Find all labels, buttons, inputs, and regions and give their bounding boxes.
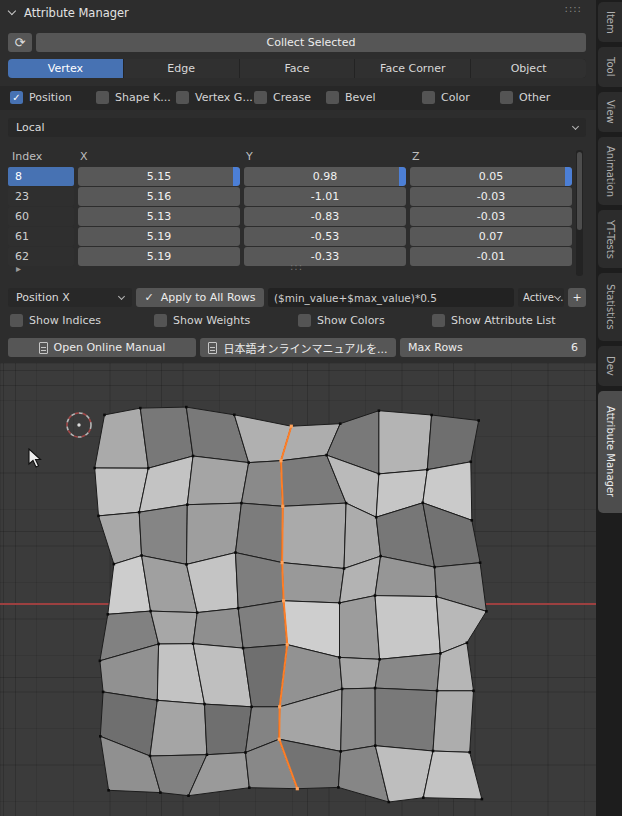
max-rows-value: 6: [571, 341, 578, 354]
table-expand-row: ▸ :::: [0, 263, 596, 277]
checkbox-label: Show Weights: [173, 314, 250, 327]
open-online-manual-button[interactable]: Open Online Manual: [8, 338, 196, 357]
sidebar-tab-attribute-manager[interactable]: Attribute Manager: [598, 391, 622, 513]
table-row: 8 5.15 0.98 0.05: [0, 167, 596, 186]
checkbox-icon[interactable]: [254, 91, 267, 104]
sidebar-tab-view[interactable]: View: [598, 92, 622, 132]
col-header-index: Index: [12, 150, 42, 163]
checkbox-crease[interactable]: Crease: [254, 91, 311, 104]
tab-edge[interactable]: Edge: [124, 59, 239, 78]
slider-handle[interactable]: [565, 167, 572, 186]
col-header-z: Z: [412, 150, 420, 163]
value-slider-y[interactable]: 0.98: [244, 167, 406, 186]
value-slider-z[interactable]: 0.05: [410, 167, 572, 186]
checkbox-show-colors[interactable]: Show Colors: [298, 314, 385, 327]
resize-grip-icon[interactable]: :::: [290, 261, 303, 272]
refresh-button[interactable]: ⟳: [8, 33, 32, 52]
row-index-cell[interactable]: 23: [8, 187, 74, 206]
expand-arrow-icon[interactable]: ▸: [16, 263, 21, 274]
formula-value: ($min_value+$max_value)*0.5: [274, 292, 437, 304]
value-slider-z[interactable]: -0.03: [410, 207, 572, 226]
tab-face[interactable]: Face: [240, 59, 355, 78]
tab-face-corner[interactable]: Face Corner: [355, 59, 470, 78]
checkbox-icon[interactable]: [500, 91, 513, 104]
drag-handle-icon[interactable]: ::::: [565, 3, 582, 14]
checkbox-shape-keys[interactable]: Shape K...: [96, 91, 171, 104]
slider-handle[interactable]: [399, 167, 406, 186]
checkbox-checked-icon[interactable]: ✓: [10, 91, 23, 104]
collect-selected-button[interactable]: Collect Selected: [36, 33, 586, 52]
table-row: 61 5.19 -0.53 0.07: [0, 227, 596, 246]
checkbox-icon[interactable]: [10, 314, 23, 327]
formula-input[interactable]: ($min_value+$max_value)*0.5: [268, 288, 514, 307]
japanese-manual-button[interactable]: 日本語オンラインマニュアルを...: [200, 338, 396, 357]
manual-button-label: Open Online Manual: [54, 341, 166, 354]
checkbox-color[interactable]: Color: [422, 91, 470, 104]
checkbox-label: Bevel: [345, 91, 376, 104]
checkbox-icon[interactable]: [298, 314, 311, 327]
checkbox-icon[interactable]: [432, 314, 445, 327]
value-slider-x[interactable]: 5.13: [78, 207, 240, 226]
max-rows-slider[interactable]: Max Rows 6: [400, 338, 586, 357]
value-slider-x[interactable]: 5.19: [78, 227, 240, 246]
attribute-manager-panel: Attribute Manager :::: ⟳ Collect Selecte…: [0, 0, 596, 363]
checkbox-show-indices[interactable]: Show Indices: [10, 314, 101, 327]
blender-window: Attribute Manager :::: ⟳ Collect Selecte…: [0, 0, 622, 816]
panel-header[interactable]: Attribute Manager ::::: [0, 0, 596, 28]
checkbox-icon[interactable]: [154, 314, 167, 327]
table-row: 60 5.13 -0.83 -0.03: [0, 207, 596, 226]
value-slider-y[interactable]: -0.83: [244, 207, 406, 226]
target-attribute-dropdown[interactable]: Position X: [8, 288, 132, 307]
checkbox-icon[interactable]: [96, 91, 109, 104]
checkbox-show-attribute-list[interactable]: Show Attribute List: [432, 314, 555, 327]
chevron-down-icon: [572, 123, 579, 130]
domain-tab-bar: Vertex Edge Face Face Corner Object: [8, 59, 586, 78]
value-slider-z[interactable]: 0.07: [410, 227, 572, 246]
sidebar-tab-tool[interactable]: Tool: [598, 47, 622, 87]
value-slider-z[interactable]: -0.03: [410, 187, 572, 206]
checkbox-other[interactable]: Other: [500, 91, 550, 104]
checkbox-vertex-groups[interactable]: Vertex G...: [176, 91, 253, 104]
checkbox-label: Position: [29, 91, 72, 104]
table-scrollbar[interactable]: [576, 150, 583, 276]
3d-cursor-gizmo[interactable]: [62, 408, 96, 442]
checkbox-label: Show Indices: [29, 314, 101, 327]
chevron-down-icon: [118, 293, 125, 300]
value-slider-y[interactable]: -0.53: [244, 227, 406, 246]
value-slider-y[interactable]: -1.01: [244, 187, 406, 206]
value-slider-x[interactable]: 5.16: [78, 187, 240, 206]
scrollbar-thumb[interactable]: [577, 152, 582, 230]
add-button[interactable]: +: [568, 288, 586, 307]
max-rows-label: Max Rows: [408, 341, 463, 354]
sidebar-tab-yt-tests[interactable]: YT-Tests: [598, 210, 622, 268]
sidebar-tab-animation[interactable]: Animation: [598, 137, 622, 205]
tab-vertex[interactable]: Vertex: [8, 59, 123, 78]
space-dropdown[interactable]: Local: [8, 118, 586, 137]
row-index-cell[interactable]: 8: [8, 167, 74, 186]
active-mode-dropdown[interactable]: Active ...: [518, 288, 564, 307]
checkbox-icon[interactable]: [176, 91, 189, 104]
value-slider-x[interactable]: 5.15: [78, 167, 240, 186]
slider-handle[interactable]: [233, 167, 240, 186]
checkbox-show-weights[interactable]: Show Weights: [154, 314, 250, 327]
checkbox-bevel[interactable]: Bevel: [326, 91, 376, 104]
japanese-manual-label: 日本語オンラインマニュアルを...: [223, 340, 387, 356]
document-icon: [208, 342, 217, 354]
target-attribute-value: Position X: [16, 291, 70, 304]
mouse-cursor: [28, 448, 44, 470]
apply-to-all-rows-button[interactable]: ✓ Apply to All Rows: [136, 288, 264, 307]
space-dropdown-value: Local: [16, 121, 45, 134]
checkbox-position[interactable]: ✓ Position: [10, 91, 72, 104]
sidebar-tab-statistics[interactable]: Statistics: [598, 273, 622, 341]
3d-viewport[interactable]: [0, 363, 596, 816]
checkbox-icon[interactable]: [326, 91, 339, 104]
collapse-chevron-icon[interactable]: [8, 7, 16, 15]
checkbox-icon[interactable]: [422, 91, 435, 104]
row-index-cell[interactable]: 60: [8, 207, 74, 226]
refresh-icon: ⟳: [15, 35, 26, 50]
checkbox-label: Crease: [273, 91, 311, 104]
tab-object[interactable]: Object: [471, 59, 586, 78]
row-index-cell[interactable]: 61: [8, 227, 74, 246]
sidebar-tab-dev[interactable]: Dev: [598, 346, 622, 386]
sidebar-tab-item[interactable]: Item: [598, 2, 622, 42]
